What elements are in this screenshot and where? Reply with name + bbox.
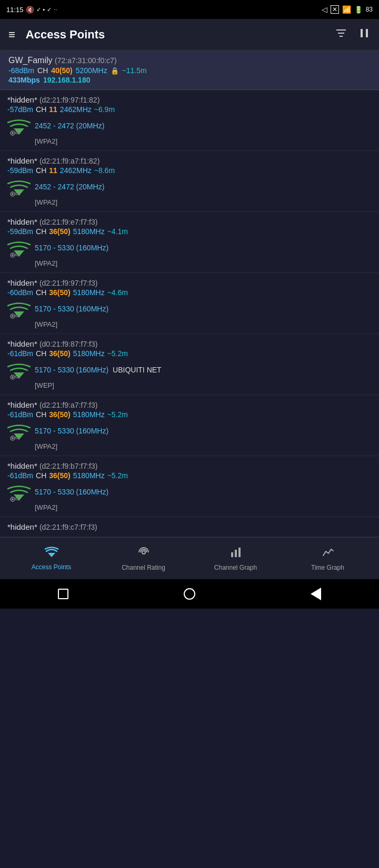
nav-channel-graph[interactable]: Channel Graph [190, 542, 282, 576]
ap-name: *hidden* (d2:21:f9:97:f7:f3) [7, 278, 372, 287]
connected-ap-extra: 433Mbps 192.168.1.180 [8, 76, 371, 84]
svg-marker-25 [14, 433, 24, 440]
linechart-nav-icon [322, 546, 334, 562]
battery-level: 83 [366, 6, 373, 13]
app-header: ≡ Access Points [0, 19, 379, 51]
nav-channel-rating-label: Channel Rating [122, 564, 165, 571]
access-points-list: *hidden* (d2:21:f9:97:f1:82) -57dBm CH 1… [0, 90, 379, 537]
svg-marker-5 [14, 128, 24, 135]
ap-freq-range: 2452 - 2472 (20MHz) [35, 183, 104, 191]
ap-freq-range: 5170 - 5330 (160MHz) [35, 366, 108, 374]
nav-channel-rating[interactable]: Channel Rating [97, 542, 190, 576]
wifi-status-icon: 📶 [342, 5, 351, 14]
dots-icon: ·· [54, 6, 57, 13]
ap-name: *hidden* (d2:21:f9:c7:f7:f3) [7, 522, 372, 531]
ap-freq-range: 5170 - 5330 (160MHz) [35, 305, 108, 313]
header-actions [335, 27, 371, 42]
x-icon: ✕ [331, 5, 339, 14]
nav-time-graph[interactable]: Time Graph [282, 542, 374, 576]
status-right: ◁ ✕ 📶 🔋 83 [322, 5, 373, 14]
nav-channel-graph-label: Channel Graph [214, 564, 257, 571]
svg-marker-13 [14, 250, 24, 257]
svg-marker-9 [14, 189, 24, 196]
ap-list-item[interactable]: *hidden* (d2:21:f9:e7:f7:f3) -59dBm CH 3… [0, 212, 379, 273]
svg-point-7 [12, 132, 14, 134]
ap-security: [WPA2] [35, 503, 57, 511]
ap-list-item[interactable]: *hidden* (d2:21:f9:b7:f7:f3) -61dBm CH 3… [0, 456, 379, 517]
svg-point-15 [12, 254, 14, 256]
ap-name: *hidden* (d0:21:f9:87:f7:f3) [7, 339, 372, 348]
status-time: 11:15 [6, 6, 24, 14]
recent-apps-button[interactable] [56, 587, 71, 601]
lock-icon: 🔒 [111, 67, 119, 75]
ap-list-item[interactable]: *hidden* (d2:21:f9:a7:f1:82) -59dBm CH 1… [0, 151, 379, 212]
svg-point-34 [142, 551, 145, 554]
ap-security: [WPA2] [35, 320, 57, 328]
nav-access-points[interactable]: Access Points [5, 542, 97, 575]
ap-freq-range: 5170 - 5330 (160MHz) [35, 488, 108, 496]
ap-list-item[interactable]: *hidden* (d2:21:f9:c7:f7:f3) [0, 517, 379, 537]
barchart-nav-icon [230, 546, 242, 562]
ap-freq-range: 5170 - 5330 (160MHz) [35, 427, 108, 435]
svg-point-27 [12, 437, 14, 439]
ap-stats: -59dBm CH 36(50) 5180MHz ~4.1m [7, 227, 372, 236]
page-title: Access Points [26, 28, 335, 42]
status-bar: 11:15 🔇 ✓ ▪ ✓ ·· ◁ ✕ 📶 🔋 83 [0, 0, 379, 19]
ap-freq-row: 2452 - 2472 (20MHz) [7, 116, 372, 136]
bottom-navigation: Access Points Channel Rating Channel Gra… [0, 537, 379, 579]
square-icon: ▪ [43, 6, 45, 13]
svg-marker-17 [14, 311, 24, 318]
ap-freq-range: 2452 - 2472 (20MHz) [35, 122, 104, 130]
connected-ap-name: GW_Family (72:a7:31:00:f0:c7) [8, 56, 371, 65]
svg-marker-33 [48, 553, 55, 557]
ap-list-item[interactable]: *hidden* (d2:21:f9:97:f7:f3) -60dBm CH 3… [0, 273, 379, 334]
ap-freq-row: 5170 - 5330 (160MHz) [7, 482, 372, 502]
ap-stats: -57dBm CH 11 2462MHz ~6.9m [7, 105, 372, 114]
ap-security: [WPA2] [35, 442, 57, 450]
ap-freq-row: 5170 - 5330 (160MHz) [7, 238, 372, 258]
ap-name: *hidden* (d2:21:f9:97:f1:82) [7, 95, 372, 104]
ap-freq-range: 5170 - 5330 (160MHz) [35, 244, 108, 252]
svg-rect-4 [366, 29, 368, 37]
location-icon: ◁ [322, 5, 327, 14]
ap-freq-row: 5170 - 5330 (160MHz) [7, 299, 372, 319]
ap-name: *hidden* (d2:21:f9:a7:f7:f3) [7, 400, 372, 409]
svg-point-23 [12, 376, 14, 378]
ap-security: [WEP] [35, 381, 54, 389]
svg-marker-29 [14, 494, 24, 501]
home-button[interactable] [182, 587, 197, 601]
ap-list-item[interactable]: *hidden* (d2:21:f9:a7:f7:f3) -61dBm CH 3… [0, 395, 379, 456]
mute-icon: 🔇 [26, 6, 34, 14]
check2-icon: ✓ [47, 6, 52, 13]
connected-ap-row[interactable]: GW_Family (72:a7:31:00:f0:c7) -68dBm CH … [0, 51, 379, 90]
ap-name: *hidden* (d2:21:f9:b7:f7:f3) [7, 461, 372, 470]
svg-rect-3 [361, 29, 363, 37]
connected-ap-stats: -68dBm CH 40(50) 5200MHz 🔒 ~11.5m [8, 66, 371, 75]
svg-point-31 [12, 498, 14, 500]
ap-list-item[interactable]: *hidden* (d2:21:f9:97:f1:82) -57dBm CH 1… [0, 90, 379, 151]
ap-stats: -60dBm CH 36(50) 5180MHz ~4.6m [7, 288, 372, 297]
pause-button[interactable] [358, 27, 371, 42]
system-navigation [0, 579, 379, 609]
svg-rect-36 [235, 550, 237, 557]
filter-button[interactable] [335, 27, 347, 42]
wifi-nav-icon [45, 547, 58, 561]
radio-nav-icon [137, 546, 150, 562]
svg-rect-37 [238, 548, 241, 557]
ap-security: [WPA2] [35, 198, 57, 206]
svg-marker-21 [14, 372, 24, 379]
ap-list-item[interactable]: *hidden* (d0:21:f9:87:f7:f3) -61dBm CH 3… [0, 334, 379, 395]
ap-stats: -59dBm CH 11 2462MHz ~8.6m [7, 166, 372, 175]
nav-time-graph-label: Time Graph [311, 564, 344, 571]
check-icon: ✓ [36, 6, 41, 13]
menu-button[interactable]: ≡ [8, 28, 15, 42]
ap-security: [WPA2] [35, 137, 57, 145]
ap-freq-row: 5170 - 5330 (160MHz) [7, 421, 372, 441]
ap-name: *hidden* (d2:21:f9:e7:f7:f3) [7, 217, 372, 226]
ap-stats: -61dBm CH 36(50) 5180MHz ~5.2m [7, 471, 372, 480]
back-button[interactable] [308, 587, 323, 601]
ap-freq-row: 2452 - 2472 (20MHz) [7, 177, 372, 197]
nav-access-points-label: Access Points [32, 563, 71, 571]
ap-freq-row: 5170 - 5330 (160MHz) UBIQUITI NET [7, 360, 372, 380]
ap-stats: -61dBm CH 36(50) 5180MHz ~5.2m [7, 349, 372, 358]
